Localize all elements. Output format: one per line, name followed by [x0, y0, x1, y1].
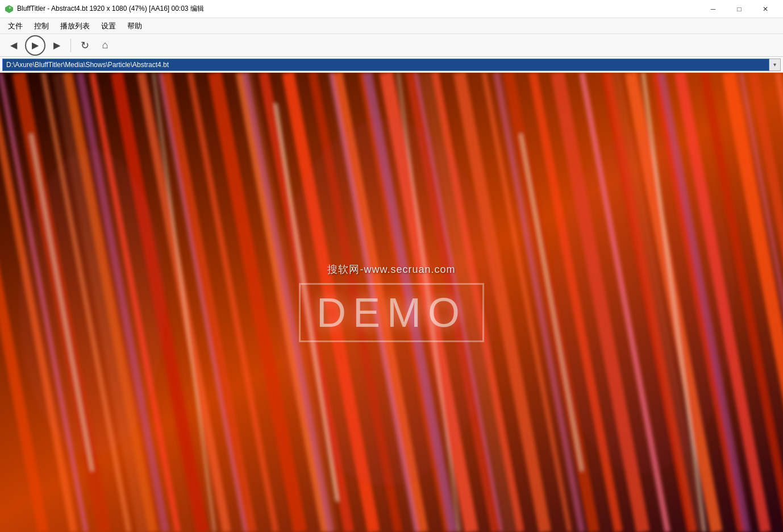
- toolbar: ◀ ▶ ▶ ↻ ⌂: [0, 34, 783, 57]
- watermark-text: 搜软网-www.secruan.com: [327, 263, 455, 276]
- menu-control[interactable]: 控制: [28, 19, 55, 34]
- title-text: BluffTitler - Abstract4.bt 1920 x 1080 (…: [17, 4, 204, 14]
- next-button[interactable]: ▶: [48, 36, 66, 55]
- address-dropdown[interactable]: ▾: [769, 59, 781, 71]
- toolbar-separator: [70, 39, 71, 52]
- address-bar: ▾: [0, 57, 783, 73]
- title-left: BluffTitler - Abstract4.bt 1920 x 1080 (…: [5, 4, 204, 14]
- app-icon: [5, 5, 14, 14]
- prev-icon: ◀: [10, 40, 17, 51]
- home-button[interactable]: ⌂: [96, 36, 114, 55]
- home-icon: ⌂: [102, 39, 109, 51]
- menu-help[interactable]: 帮助: [122, 19, 148, 34]
- menu-bar: 文件 控制 播放列表 设置 帮助: [0, 18, 783, 34]
- maximize-button[interactable]: □: [726, 0, 752, 18]
- address-input[interactable]: [2, 59, 769, 71]
- prev-button[interactable]: ◀: [5, 36, 23, 55]
- minimize-button[interactable]: ─: [700, 0, 726, 18]
- menu-playlist[interactable]: 播放列表: [55, 19, 95, 34]
- menu-settings[interactable]: 设置: [95, 19, 122, 34]
- canvas-area: 搜软网-www.secruan.com DEMO: [0, 73, 783, 532]
- close-button[interactable]: ✕: [752, 0, 778, 18]
- play-button[interactable]: ▶: [25, 35, 45, 56]
- next-icon: ▶: [53, 40, 60, 51]
- refresh-button[interactable]: ↻: [76, 36, 94, 55]
- window-controls: ─ □ ✕: [700, 0, 778, 18]
- refresh-icon: ↻: [81, 39, 89, 52]
- title-bar: BluffTitler - Abstract4.bt 1920 x 1080 (…: [0, 0, 783, 18]
- play-icon: ▶: [32, 40, 39, 51]
- menu-file[interactable]: 文件: [2, 19, 28, 34]
- demo-text: DEMO: [299, 283, 484, 342]
- overlay-container: 搜软网-www.secruan.com DEMO: [0, 73, 783, 532]
